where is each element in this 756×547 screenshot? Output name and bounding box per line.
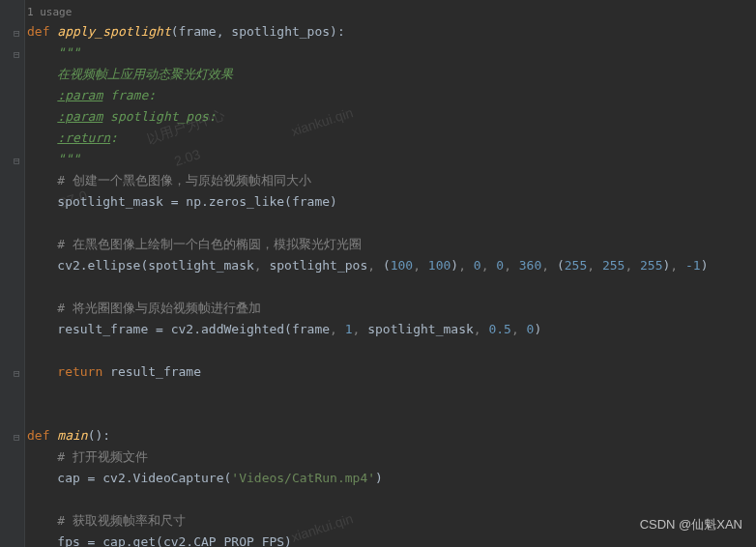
docstring-param[interactable]: :param frame: bbox=[0, 85, 756, 106]
blank-line[interactable] bbox=[0, 340, 756, 361]
usage-hint[interactable]: 1 usage bbox=[0, 0, 756, 21]
code: fps = cap.get(cv2.CAP_PROP_FPS) bbox=[27, 534, 292, 547]
comma: , bbox=[541, 258, 557, 273]
comma: , bbox=[587, 258, 602, 273]
code: spotlight_mask = np.zeros_like(frame) bbox=[27, 194, 337, 209]
comment: # 创建一个黑色图像，与原始视频帧相同大小 bbox=[27, 173, 311, 187]
param-tag: :param bbox=[57, 88, 102, 102]
docstring-line[interactable]: 在视频帧上应用动态聚光灯效果 bbox=[0, 64, 756, 85]
doc-text: 在视频帧上应用动态聚光灯效果 bbox=[27, 67, 233, 81]
function-name: apply_spotlight bbox=[57, 24, 170, 39]
comment: # 打开视频文件 bbox=[27, 449, 148, 464]
fold-icon[interactable]: ⊟ bbox=[14, 427, 20, 448]
comment: # 在黑色图像上绘制一个白色的椭圆，模拟聚光灯光圈 bbox=[27, 237, 362, 251]
number: 255 bbox=[602, 258, 625, 273]
triple-quote: """ bbox=[27, 152, 80, 166]
number: 0.5 bbox=[488, 322, 510, 336]
comma: , bbox=[511, 322, 527, 336]
number: 255 bbox=[565, 258, 587, 273]
docstring-close[interactable]: """ bbox=[0, 149, 756, 170]
paren: ) bbox=[534, 322, 541, 336]
return-text: : bbox=[110, 130, 118, 145]
comment: # 获取视频帧率和尺寸 bbox=[27, 513, 186, 528]
docstring-open[interactable]: """ bbox=[0, 43, 756, 64]
string-literal: 'Videos/CatRun.mp4' bbox=[231, 471, 375, 485]
blank-line[interactable] bbox=[0, 489, 756, 510]
comma: , bbox=[367, 258, 383, 273]
comment-line[interactable]: # 在黑色图像上绘制一个白色的椭圆，模拟聚光灯光圈 bbox=[0, 234, 756, 255]
number: 100 bbox=[428, 258, 451, 273]
number: 0 bbox=[496, 258, 504, 273]
code: cv2.ellipse(spotlight_mask bbox=[27, 258, 254, 273]
arg: spotlight_mask bbox=[367, 322, 474, 336]
paren: ) bbox=[701, 258, 709, 273]
number: -1 bbox=[685, 258, 701, 273]
indent bbox=[27, 109, 57, 124]
fold-icon[interactable]: ⊟ bbox=[14, 151, 20, 172]
blank-line[interactable] bbox=[0, 404, 756, 425]
return-line[interactable]: return result_frame bbox=[0, 361, 756, 383]
return-value: result_frame bbox=[110, 364, 201, 379]
arg: spotlight_pos bbox=[269, 258, 367, 273]
csdn-watermark: CSDN @仙魁XAN bbox=[640, 514, 742, 535]
code: cap = cv2.VideoCapture( bbox=[27, 471, 231, 485]
sig: (): bbox=[88, 428, 110, 443]
code: result_frame = cv2.addWeighted(frame bbox=[27, 322, 330, 336]
gutter: ⊟⊟⊟⊟⊟ bbox=[0, 0, 25, 547]
comment: # 将光圈图像与原始视频帧进行叠加 bbox=[27, 301, 261, 315]
paren: ( bbox=[383, 258, 391, 273]
comma: , bbox=[474, 322, 489, 336]
docstring-param[interactable]: :param spotlight_pos: bbox=[0, 106, 756, 128]
indent bbox=[27, 130, 57, 145]
param-frame: frame bbox=[179, 24, 217, 39]
comma: , bbox=[670, 258, 685, 273]
code-line[interactable]: cap = cv2.VideoCapture('Videos/CatRun.mp… bbox=[0, 468, 756, 489]
param-text: spotlight_pos: bbox=[102, 109, 216, 124]
comma: , bbox=[217, 24, 232, 39]
keyword-def: def bbox=[27, 428, 57, 443]
paren: ( bbox=[557, 258, 565, 273]
triple-quote: """ bbox=[27, 45, 80, 60]
comment-line[interactable]: # 打开视频文件 bbox=[0, 446, 756, 468]
blank-line[interactable] bbox=[0, 276, 756, 298]
comma: , bbox=[504, 258, 519, 273]
number: 360 bbox=[519, 258, 541, 273]
comma: , bbox=[254, 258, 270, 273]
comma: , bbox=[625, 258, 640, 273]
blank-line[interactable] bbox=[0, 383, 756, 404]
paren-open: ( bbox=[171, 24, 179, 39]
function-def[interactable]: def apply_spotlight(frame, spotlight_pos… bbox=[0, 21, 756, 43]
comma: , bbox=[413, 258, 428, 273]
number: 255 bbox=[640, 258, 662, 273]
param-text: frame: bbox=[102, 88, 156, 102]
fold-icon[interactable]: ⊟ bbox=[14, 363, 20, 385]
comma: , bbox=[481, 258, 497, 273]
fold-icon[interactable]: ⊟ bbox=[14, 23, 20, 44]
keyword-def: def bbox=[27, 24, 57, 39]
function-def-main[interactable]: def main(): bbox=[0, 425, 756, 446]
docstring-return[interactable]: :return: bbox=[0, 128, 756, 149]
paren: ) bbox=[451, 258, 458, 273]
keyword-return: return bbox=[27, 364, 110, 379]
code-line[interactable]: spotlight_mask = np.zeros_like(frame) bbox=[0, 191, 756, 213]
function-name: main bbox=[57, 428, 87, 443]
return-tag: :return bbox=[57, 130, 110, 145]
param-tag: :param bbox=[57, 109, 102, 124]
number: 100 bbox=[391, 258, 413, 273]
paren: ) bbox=[375, 471, 383, 485]
comma: , bbox=[458, 258, 474, 273]
comma: , bbox=[330, 322, 345, 336]
number: 1 bbox=[345, 322, 353, 336]
param-spotlight: spotlight_pos bbox=[231, 24, 330, 39]
indent bbox=[27, 88, 57, 102]
comment-line[interactable]: # 将光圈图像与原始视频帧进行叠加 bbox=[0, 298, 756, 319]
comma: , bbox=[353, 322, 368, 336]
code-line[interactable]: cv2.ellipse(spotlight_mask, spotlight_po… bbox=[0, 255, 756, 276]
number: 0 bbox=[474, 258, 481, 273]
paren-close: ): bbox=[330, 24, 345, 39]
comment-line[interactable]: # 创建一个黑色图像，与原始视频帧相同大小 bbox=[0, 170, 756, 191]
blank-line[interactable] bbox=[0, 213, 756, 234]
code-line[interactable]: result_frame = cv2.addWeighted(frame, 1,… bbox=[0, 319, 756, 340]
fold-icon[interactable]: ⊟ bbox=[14, 44, 20, 66]
